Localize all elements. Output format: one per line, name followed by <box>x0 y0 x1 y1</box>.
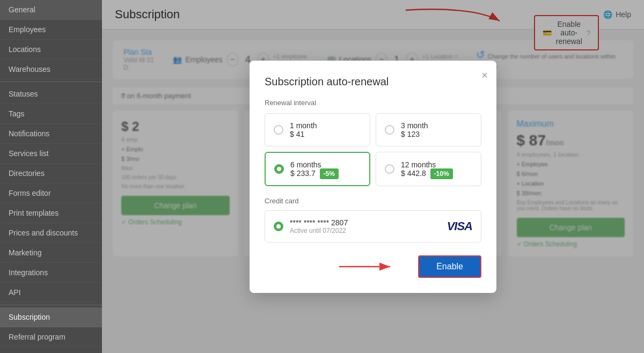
modal-title: Subscription auto-renewal <box>265 76 481 88</box>
sidebar-item-marketing[interactable]: Marketing <box>0 243 102 263</box>
sidebar-item-directories[interactable]: Directories <box>0 164 102 183</box>
modal-close-button[interactable]: × <box>481 69 488 82</box>
radio-1month <box>274 125 283 135</box>
sidebar-item-prices-discounts[interactable]: Prices and discounts <box>0 223 102 243</box>
visa-logo: VISA <box>447 219 472 233</box>
renewal-option-3month[interactable]: 3 month $ 123 <box>376 113 481 146</box>
radio-cc <box>274 222 283 231</box>
sidebar: General Employees Locations Warehouses S… <box>0 0 102 353</box>
sidebar-item-statuses[interactable]: Statuses <box>0 84 102 104</box>
sidebar-item-general[interactable]: General <box>0 0 102 20</box>
modal-footer: Enable <box>265 255 481 278</box>
card-number: **** **** **** 2807 <box>290 218 441 227</box>
sidebar-item-integrations[interactable]: Integrations <box>0 263 102 283</box>
discount-10pct-badge: -10% <box>430 168 453 179</box>
modal-backdrop: Subscription auto-renewal × Renewal inte… <box>102 0 644 353</box>
radio-6months <box>274 164 284 174</box>
subscription-autorenewal-modal: Subscription auto-renewal × Renewal inte… <box>250 61 496 293</box>
sidebar-item-api[interactable]: API <box>0 283 102 303</box>
sidebar-item-notifications[interactable]: Notifications <box>0 124 102 144</box>
credit-card-section-label: Credit card <box>265 197 481 205</box>
renewal-options: 1 month $ 41 3 month $ 123 6 mon <box>265 113 481 186</box>
sidebar-item-forms-editor[interactable]: Forms editor <box>0 183 102 203</box>
credit-card-option[interactable]: **** **** **** 2807 Active until 07/2022… <box>265 210 481 242</box>
card-expiry: Active until 07/2022 <box>290 227 441 234</box>
renewal-interval-label: Renewal interval <box>265 99 481 107</box>
sidebar-item-tags[interactable]: Tags <box>0 104 102 124</box>
main-content: Subscription 🌐 Help 💳 Enable auto-renewa… <box>102 0 644 353</box>
sidebar-item-print-templates[interactable]: Print templates <box>0 203 102 223</box>
sidebar-item-warehouses[interactable]: Warehouses <box>0 60 102 79</box>
sidebar-item-locations[interactable]: Locations <box>0 40 102 60</box>
sidebar-item-employees[interactable]: Employees <box>0 20 102 40</box>
discount-5pct-badge: -5% <box>320 168 339 179</box>
modal-red-arrow <box>334 256 398 277</box>
radio-3month <box>385 125 394 135</box>
renewal-option-12months[interactable]: 12 months $ 442.8 -10% <box>376 152 481 186</box>
sidebar-item-subscription[interactable]: Subscription <box>0 307 102 327</box>
renewal-option-6months[interactable]: 6 months $ 233.7 -5% <box>265 152 370 186</box>
modal-enable-button[interactable]: Enable <box>418 255 481 278</box>
radio-12months <box>385 164 394 174</box>
sidebar-item-services-list[interactable]: Services list <box>0 144 102 164</box>
renewal-option-1month[interactable]: 1 month $ 41 <box>265 113 370 146</box>
sidebar-item-referral-program[interactable]: Referral program <box>0 327 102 347</box>
